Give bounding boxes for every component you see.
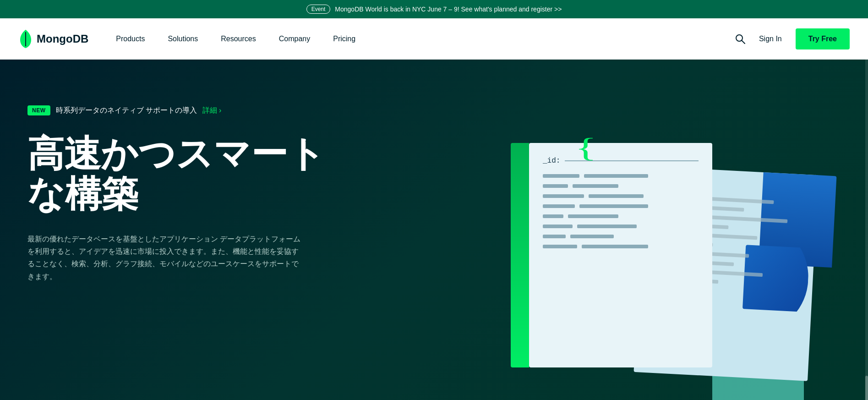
nav-products[interactable]: Products <box>116 35 145 43</box>
hero-title: 高速かつスマートな構築 <box>27 134 348 214</box>
document-card-main: _id: <box>529 143 712 367</box>
doc-value-line <box>570 235 614 238</box>
doc-value-line <box>584 174 648 178</box>
doc-value-line <box>589 194 644 198</box>
doc-row <box>543 225 699 228</box>
search-button[interactable] <box>735 34 745 44</box>
search-icon <box>735 34 745 44</box>
doc-field-line <box>543 204 575 208</box>
doc-id-label: _id: <box>543 157 560 165</box>
hero-text-block: 高速かつスマートな構築 最新の優れたデータベースを基盤としたアプリケーション デ… <box>27 134 348 283</box>
nav-solutions[interactable]: Solutions <box>168 35 198 43</box>
doc-value-line <box>573 184 618 188</box>
mongodb-leaf-icon <box>18 30 33 48</box>
announcement-text: 時系列データのネイティブ サポートの導入 <box>56 106 197 115</box>
sign-in-link[interactable]: Sign In <box>759 35 782 43</box>
announcement-link-text: 詳細 <box>202 106 217 115</box>
doc-row <box>543 245 699 248</box>
nav-resources[interactable]: Resources <box>221 35 256 43</box>
doc-row <box>543 174 699 178</box>
doc-field-line <box>543 184 568 188</box>
doc-row <box>543 204 699 208</box>
doc-field-line <box>543 174 579 178</box>
doc-value-line <box>568 214 618 218</box>
doc-field-line <box>543 194 584 198</box>
navbar: MongoDB Products Solutions Resources Com… <box>0 18 868 60</box>
svg-line-1 <box>742 40 745 44</box>
nav-pricing[interactable]: Pricing <box>333 35 355 43</box>
hero-section: NEW 時系列データのネイティブ サポートの導入 詳細 › 高速かつスマートな構… <box>0 60 868 400</box>
hero-illustration: { <box>483 143 804 400</box>
try-free-button[interactable]: Try Free <box>796 28 850 49</box>
doc-value-line <box>577 225 637 228</box>
hero-content: 高速かつスマートな構築 最新の優れたデータベースを基盤としたアプリケーション デ… <box>27 134 841 283</box>
event-banner: Event MongoDB World is back in NYC June … <box>0 0 868 18</box>
doc-field-line <box>543 245 577 248</box>
chevron-right-icon: › <box>219 106 221 115</box>
new-badge: NEW <box>27 105 50 115</box>
announcement-link[interactable]: 詳細 › <box>202 106 221 115</box>
doc-value-line <box>582 245 648 248</box>
hero-description: 最新の優れたデータベースを基盤としたアプリケーション データプラットフォームを利… <box>27 233 302 283</box>
logo-text: MongoDB <box>37 33 88 45</box>
blue-wave-shape <box>742 245 810 312</box>
banner-text: MongoDB World is back in NYC June 7 – 9!… <box>335 5 562 13</box>
scrollbar-thumb <box>865 376 868 400</box>
doc-row <box>543 214 699 218</box>
doc-field-line <box>543 235 566 238</box>
curly-brace-icon: { <box>575 134 597 161</box>
logo-link[interactable]: MongoDB <box>18 30 88 48</box>
nav-links: Products Solutions Resources Company Pri… <box>116 35 735 43</box>
doc-row <box>543 235 699 238</box>
doc-row <box>543 184 699 188</box>
doc-content-lines <box>543 174 699 248</box>
doc-id-row: _id: <box>543 157 699 165</box>
nav-company[interactable]: Company <box>279 35 310 43</box>
doc-field-line <box>543 214 563 218</box>
scrollbar <box>865 60 868 400</box>
nav-right: Sign In Try Free <box>735 28 850 49</box>
doc-row <box>543 194 699 198</box>
hero-announcement: NEW 時系列データのネイティブ サポートの導入 詳細 › <box>27 105 841 115</box>
doc-field-line <box>543 225 573 228</box>
event-badge: Event <box>306 5 331 14</box>
doc-value-line <box>579 204 648 208</box>
green-sidebar-accent <box>511 143 529 367</box>
